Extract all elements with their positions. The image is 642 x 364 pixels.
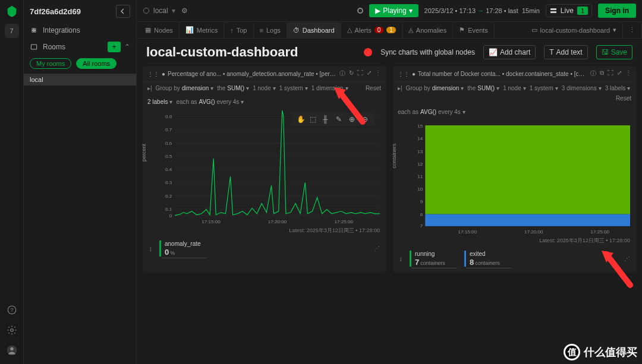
- pan-icon[interactable]: ✋: [297, 115, 305, 124]
- logo-icon[interactable]: [5, 5, 18, 18]
- sidebar-rooms[interactable]: Rooms + ⌃: [24, 38, 136, 56]
- legend-exited[interactable]: exited 8containers: [464, 251, 512, 267]
- live-indicator[interactable]: Live 1: [546, 4, 592, 17]
- svg-text:17:15:00: 17:15:00: [202, 219, 221, 224]
- y-axis-label: containers: [391, 144, 397, 169]
- fullscreen-icon[interactable]: ⛶: [357, 69, 363, 78]
- sync-toggle[interactable]: [364, 48, 372, 56]
- nodes-filter[interactable]: 1 node ▾: [503, 85, 526, 91]
- svg-text:0.3: 0.3: [165, 180, 172, 185]
- tab-dashboard[interactable]: ⏱ Dashboard: [287, 23, 341, 38]
- tab-alerts[interactable]: △ Alerts 01: [341, 22, 402, 38]
- tab-menu[interactable]: ⋮: [623, 22, 642, 38]
- menu-icon[interactable]: ⋮: [625, 69, 631, 78]
- chart-toolbar: ✋ ⬚ ╫ ✎ ⊕ ⊖: [292, 113, 375, 126]
- svg-text:0.4: 0.4: [165, 167, 172, 172]
- svg-rect-31: [425, 214, 630, 226]
- draw-icon[interactable]: ✎: [336, 115, 344, 124]
- legend-sort-icon[interactable]: ↓: [149, 245, 152, 253]
- watermark: 值 什么值得买: [564, 344, 637, 360]
- each-as[interactable]: each as AVG() every 4s ▾: [176, 99, 244, 105]
- save-button[interactable]: 🖫 Save: [596, 45, 632, 59]
- legend-running[interactable]: running 7containers: [410, 251, 457, 267]
- info-icon[interactable]: ⓘ: [339, 69, 345, 78]
- user-icon[interactable]: [5, 344, 18, 357]
- refresh-icon[interactable]: ↻: [349, 69, 354, 78]
- breadcrumb[interactable]: local ▾: [143, 7, 175, 15]
- expand-icon[interactable]: ⤢: [367, 69, 372, 78]
- info-icon[interactable]: ⓘ: [590, 69, 596, 78]
- svg-text:17:20:00: 17:20:00: [524, 229, 543, 235]
- help-icon[interactable]: ?: [5, 303, 18, 316]
- dashboard-header: local-custom-dashboard Sync charts with …: [137, 39, 642, 66]
- node-settings-icon[interactable]: ⚙: [181, 7, 188, 15]
- tab-metrics[interactable]: 📊 Metrics: [180, 22, 224, 38]
- tab-events[interactable]: ⚑ Events: [453, 22, 495, 38]
- add-chart-button[interactable]: 📈 Add chart: [483, 45, 536, 59]
- cursor-icon[interactable]: ╫: [323, 115, 331, 124]
- agg[interactable]: the SUM() ▾: [467, 85, 499, 91]
- link-icon[interactable]: ⧉: [600, 69, 604, 78]
- sidebar-integrations[interactable]: Integrations: [24, 23, 136, 38]
- tab-top[interactable]: ↑ Top: [224, 23, 253, 38]
- system-filter[interactable]: 1 system ▾: [530, 85, 558, 91]
- dim-filter[interactable]: 3 dimensions ▾: [562, 85, 602, 91]
- chart-containers[interactable]: containers 151413121110987 17:15:0017:20…: [393, 118, 636, 237]
- expand-icon[interactable]: ⤢: [617, 69, 622, 78]
- rooms-chevron-icon[interactable]: ⌃: [124, 43, 130, 51]
- drag-icon[interactable]: ⋮⋮: [147, 71, 159, 77]
- legend-anomaly-rate[interactable]: anomaly_rate 0%: [159, 240, 207, 257]
- svg-text:17:25:00: 17:25:00: [334, 219, 353, 224]
- node-icon: [143, 7, 150, 14]
- svg-point-4: [10, 347, 13, 350]
- nodes-filter[interactable]: 1 node ▾: [253, 85, 276, 91]
- reset-button[interactable]: Reset: [616, 95, 631, 102]
- svg-text:11: 11: [417, 174, 423, 179]
- svg-text:9: 9: [420, 199, 423, 204]
- reset-button[interactable]: Reset: [366, 85, 381, 91]
- svg-text:8: 8: [420, 212, 423, 217]
- fullscreen-icon[interactable]: ⛶: [608, 69, 613, 78]
- nav-tabs: ▦ Nodes 📊 Metrics ↑ Top ≡ Logs ⏱ Dashboa…: [137, 22, 642, 39]
- panel-title: Total number of Docker conta... • docker…: [418, 71, 588, 77]
- add-room-button[interactable]: +: [108, 42, 121, 52]
- group-by[interactable]: Group by dimension ▾: [406, 85, 464, 91]
- chart-anomaly[interactable]: percent ✋ ⬚ ╫ ✎ ⊕ ⊖ 0.80.70: [143, 108, 386, 227]
- labels-filter[interactable]: 2 labels ▾: [147, 99, 172, 105]
- dim-filter[interactable]: 1 dimension ▾: [311, 85, 348, 91]
- tab-custom-dashboard[interactable]: ▭ local-custom-dashboard ▾: [525, 22, 623, 38]
- play-label: Playing: [383, 7, 406, 15]
- my-rooms-pill[interactable]: My rooms: [30, 58, 71, 69]
- all-rooms-pill[interactable]: All rooms: [76, 58, 117, 69]
- tab-logs[interactable]: ≡ Logs: [254, 23, 287, 38]
- tab-nodes[interactable]: ▦ Nodes: [139, 22, 180, 38]
- legend-sort-icon[interactable]: ↓: [399, 255, 402, 263]
- svg-point-2: [10, 329, 13, 332]
- system-filter[interactable]: 1 system ▾: [279, 85, 308, 91]
- menu-icon[interactable]: ⋮: [375, 69, 381, 78]
- zoomin-icon[interactable]: ⊕: [349, 115, 357, 124]
- time-range[interactable]: 2025/3/12 • 17:13 → 17:28 • last 15min: [424, 7, 540, 14]
- node-local[interactable]: local: [24, 74, 136, 86]
- play-button[interactable]: ▶ Playing ▾: [369, 4, 418, 17]
- labels-filter[interactable]: 3 labels ▾: [605, 85, 630, 91]
- resize-handle[interactable]: ⋰: [374, 245, 380, 252]
- svg-rect-30: [425, 125, 630, 214]
- agg[interactable]: the SUM() ▾: [217, 85, 249, 91]
- drag-icon[interactable]: ⋮⋮: [398, 71, 410, 77]
- zoomout-icon[interactable]: ⊖: [362, 115, 370, 124]
- svg-text:12: 12: [417, 162, 423, 167]
- signin-button[interactable]: Sign in: [598, 4, 636, 18]
- svg-text:10: 10: [417, 186, 423, 192]
- collapse-sidebar-button[interactable]: [116, 5, 130, 18]
- tab-anomalies[interactable]: ◬ Anomalies: [402, 22, 453, 38]
- rail-node-badge[interactable]: 7: [5, 24, 19, 38]
- settings-icon[interactable]: [5, 324, 18, 337]
- group-by[interactable]: Group by dimension ▾: [156, 85, 214, 91]
- resize-handle[interactable]: ⋰: [624, 255, 630, 262]
- add-text-button[interactable]: T Add text: [544, 45, 587, 59]
- record-icon[interactable]: [357, 8, 363, 14]
- each-as[interactable]: each as AVG() every 4s ▾: [398, 109, 465, 115]
- select-icon[interactable]: ⬚: [310, 115, 318, 124]
- chevron-down-icon[interactable]: ▾: [172, 7, 175, 15]
